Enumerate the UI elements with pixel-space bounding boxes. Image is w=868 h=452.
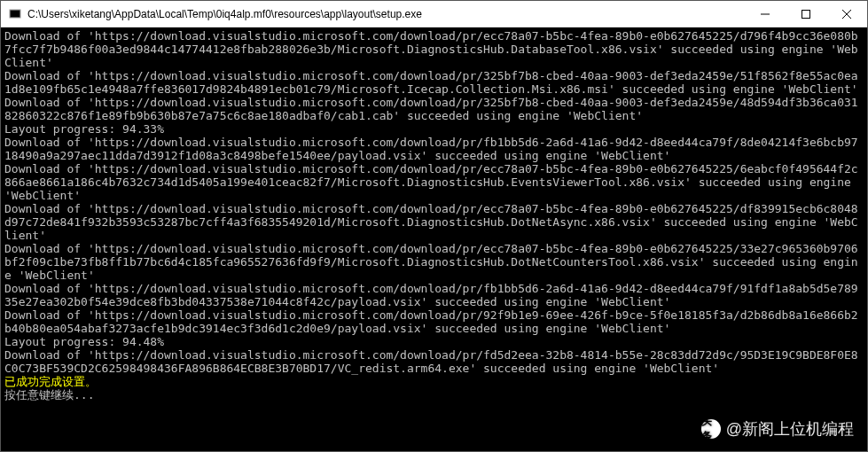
console-line: Layout progress: 94.33% xyxy=(4,122,864,136)
console-line: Download of 'https://download.visualstud… xyxy=(4,202,864,242)
console-line: Download of 'https://download.visualstud… xyxy=(4,29,864,69)
close-button[interactable] xyxy=(826,1,867,27)
app-window: C:\Users\xiketang\AppData\Local\Temp\0iq… xyxy=(0,0,868,452)
console-line: Download of 'https://download.visualstud… xyxy=(4,348,864,375)
titlebar[interactable]: C:\Users\xiketang\AppData\Local\Temp\0iq… xyxy=(1,1,867,27)
maximize-button[interactable] xyxy=(786,1,826,27)
console-line: 按任意键继续... xyxy=(4,388,864,401)
minimize-icon xyxy=(761,10,770,19)
console-line: Download of 'https://download.visualstud… xyxy=(4,136,864,162)
svg-rect-3 xyxy=(802,10,810,18)
close-icon xyxy=(842,10,851,19)
console-line: Download of 'https://download.visualstud… xyxy=(4,282,864,308)
minimize-button[interactable] xyxy=(745,1,786,27)
console-line: Download of 'https://download.visualstud… xyxy=(4,242,864,282)
console-output[interactable]: Download of 'https://download.visualstud… xyxy=(1,27,867,451)
console-line: Download of 'https://download.visualstud… xyxy=(4,162,864,202)
console-line: 已成功完成设置。 xyxy=(4,375,864,388)
console-line: Download of 'https://download.visualstud… xyxy=(4,308,864,335)
console-line: Layout progress: 94.48% xyxy=(4,335,864,348)
maximize-icon xyxy=(802,10,810,19)
window-controls xyxy=(745,1,867,27)
app-icon xyxy=(8,7,22,21)
console-line: Download of 'https://download.visualstud… xyxy=(4,69,864,96)
svg-rect-1 xyxy=(11,11,20,17)
console-line: Download of 'https://download.visualstud… xyxy=(4,96,864,122)
window-title: C:\Users\xiketang\AppData\Local\Temp\0iq… xyxy=(27,8,745,20)
